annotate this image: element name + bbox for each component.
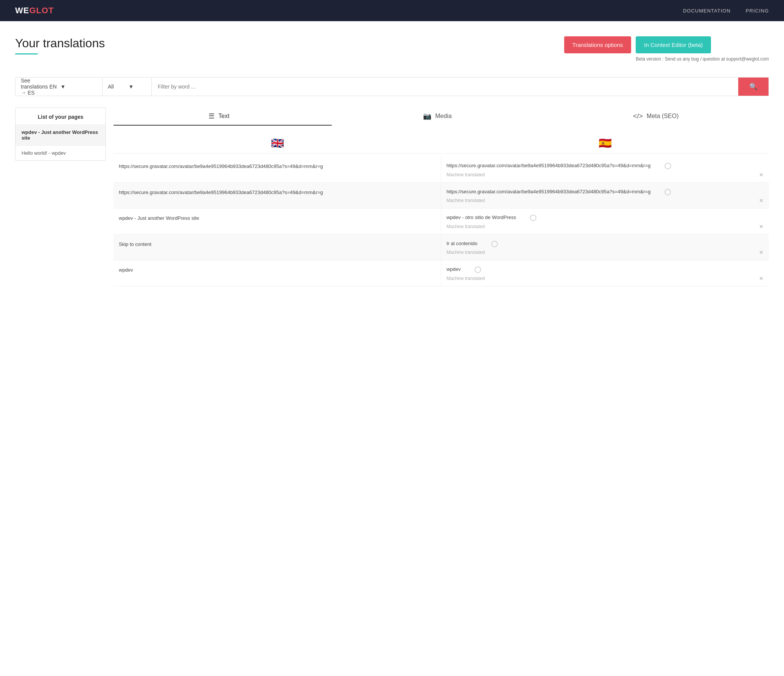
target-cell-0[interactable]: https://secure.gravatar.com/avatar/be9a4…: [441, 157, 769, 182]
target-flag: 🇪🇸: [441, 137, 769, 149]
page-title-section: Your translations: [15, 36, 105, 54]
sidebar: List of your pages wpdev - Just another …: [15, 107, 106, 161]
all-select-label: All: [108, 84, 126, 90]
machine-translated-2: Machine translated: [446, 224, 485, 229]
translations-options-button[interactable]: Translations options: [564, 36, 632, 53]
check-icon-0[interactable]: ◯: [664, 162, 671, 169]
filter-row: See translations EN → ES ▼ All ▼ 🔍: [15, 77, 769, 96]
translation-table: https://secure.gravatar.com/avatar/be9a4…: [114, 157, 769, 286]
translation-row-0: https://secure.gravatar.com/avatar/be9a4…: [114, 157, 769, 183]
context-editor-group: In Context Editor (beta) Beta version : …: [636, 36, 769, 62]
close-icon-2[interactable]: ✕: [759, 224, 764, 230]
header-nav: DOCUMENTATION PRICING: [683, 8, 769, 14]
beta-note: Beta version : Send us any bug / questio…: [636, 56, 769, 62]
check-icon-1[interactable]: ◯: [664, 188, 671, 195]
source-cell-4: wpdev: [114, 260, 441, 286]
tab-media[interactable]: 📷 Media: [332, 107, 550, 126]
check-icon-4[interactable]: ◯: [474, 266, 481, 273]
sidebar-item-1[interactable]: Hello world! - wpdev: [16, 145, 106, 160]
target-cell-1[interactable]: https://secure.gravatar.com/avatar/be9a4…: [441, 183, 769, 208]
target-text-4: wpdev: [446, 266, 472, 273]
tab-text-label: Text: [218, 113, 229, 120]
source-cell-2: wpdev - Just another WordPress site: [114, 208, 441, 234]
nav-pricing[interactable]: PRICING: [746, 8, 769, 14]
close-icon-1[interactable]: ✕: [759, 197, 764, 204]
main-content: Your translations Translations options I…: [0, 21, 784, 294]
target-cell-3[interactable]: Ir al contenido ◯ Machine translated ✕: [441, 235, 769, 260]
table-area: ☰ Text 📷 Media </> Meta (SEO) 🇬🇧 🇪🇸: [114, 107, 769, 286]
text-tab-icon: ☰: [208, 112, 215, 120]
all-select[interactable]: All ▼: [103, 78, 152, 96]
language-select-label: See translations EN → ES: [21, 78, 58, 96]
close-icon-3[interactable]: ✕: [759, 249, 764, 255]
tab-text[interactable]: ☰ Text: [114, 107, 332, 126]
nav-documentation[interactable]: DOCUMENTATION: [683, 8, 731, 14]
translation-row-2: wpdev - Just another WordPress site wpde…: [114, 208, 769, 235]
context-editor-button[interactable]: In Context Editor (beta): [636, 36, 711, 53]
target-cell-2[interactable]: wpdev - otro sitio de WordPress ◯ Machin…: [441, 208, 769, 234]
sidebar-item-0[interactable]: wpdev - Just another WordPress site: [16, 124, 106, 145]
machine-translated-4: Machine translated: [446, 276, 485, 281]
meta-tab-icon: </>: [633, 112, 643, 120]
source-cell-0: https://secure.gravatar.com/avatar/be9a4…: [114, 157, 441, 182]
target-text-0: https://secure.gravatar.com/avatar/be9a4…: [446, 162, 662, 169]
title-buttons: Translations options In Context Editor (…: [564, 36, 769, 62]
logo[interactable]: WEGLOT: [15, 6, 54, 16]
media-tab-icon: 📷: [423, 112, 431, 120]
search-icon: 🔍: [749, 82, 758, 91]
language-select-arrow: ▼: [61, 84, 97, 90]
translation-row-1: https://secure.gravatar.com/avatar/be9a4…: [114, 183, 769, 209]
target-cell-4[interactable]: wpdev ◯ Machine translated ✕: [441, 260, 769, 286]
close-icon-0[interactable]: ✕: [759, 172, 764, 178]
tabs: ☰ Text 📷 Media </> Meta (SEO): [114, 107, 769, 126]
translation-row-3: Skip to content Ir al contenido ◯ Machin…: [114, 235, 769, 261]
close-icon-4[interactable]: ✕: [759, 275, 764, 281]
target-text-2: wpdev - otro sitio de WordPress: [446, 214, 527, 221]
tab-meta-seo[interactable]: </> Meta (SEO): [551, 107, 769, 126]
sidebar-title: List of your pages: [16, 108, 106, 124]
search-button[interactable]: 🔍: [738, 78, 768, 96]
filter-input[interactable]: [152, 78, 738, 96]
header: WEGLOT DOCUMENTATION PRICING: [0, 0, 784, 21]
source-flag: 🇬🇧: [114, 137, 441, 149]
all-select-arrow: ▼: [129, 84, 146, 90]
content-area: List of your pages wpdev - Just another …: [15, 107, 769, 286]
logo-we: WE: [15, 6, 29, 16]
source-cell-3: Skip to content: [114, 235, 441, 260]
flags-row: 🇬🇧 🇪🇸: [114, 133, 769, 154]
translation-row-4: wpdev wpdev ◯ Machine translated ✕: [114, 260, 769, 286]
target-text-1: https://secure.gravatar.com/avatar/be9a4…: [446, 188, 662, 196]
source-cell-1: https://secure.gravatar.com/avatar/be9a4…: [114, 183, 441, 208]
tab-media-label: Media: [435, 113, 452, 120]
machine-translated-0: Machine translated: [446, 172, 485, 177]
machine-translated-3: Machine translated: [446, 250, 485, 255]
target-text-3: Ir al contenido: [446, 240, 489, 247]
title-row: Your translations Translations options I…: [15, 36, 769, 66]
page-title: Your translations: [15, 36, 105, 50]
logo-glot: GLOT: [29, 6, 54, 16]
check-icon-3[interactable]: ◯: [491, 240, 498, 247]
machine-translated-1: Machine translated: [446, 198, 485, 203]
language-select[interactable]: See translations EN → ES ▼: [16, 78, 103, 96]
check-icon-2[interactable]: ◯: [530, 214, 537, 221]
tab-meta-label: Meta (SEO): [647, 113, 678, 120]
title-underline: [15, 53, 38, 54]
